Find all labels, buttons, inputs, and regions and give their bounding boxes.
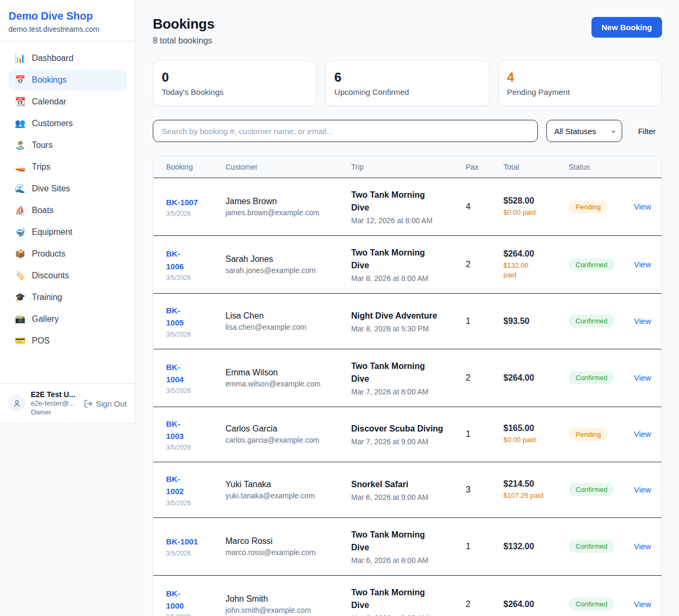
column-header-trip: Trip	[351, 163, 466, 171]
view-link[interactable]: View	[634, 373, 651, 382]
trip-name: Two Tank Morning Dive	[351, 529, 444, 554]
trip-name: Discover Scuba Diving	[351, 423, 444, 435]
sidebar-item-customers[interactable]: 👥 Customers	[8, 113, 127, 134]
filter-button[interactable]: Filter	[632, 122, 662, 140]
table-header-row: Booking Customer Trip Pax Total Status	[153, 156, 661, 178]
view-link[interactable]: View	[634, 260, 651, 269]
customer-email: marco.rossi@example.com	[225, 548, 346, 557]
sidebar-item-label: Trips	[32, 162, 50, 172]
booking-id-link[interactable]: BK-1007	[166, 196, 198, 208]
total-amount: $528.00	[503, 196, 563, 206]
sign-out-button[interactable]: Sign Out	[84, 399, 127, 408]
sidebar-item-bookings[interactable]: 📅 Bookings	[8, 69, 127, 90]
sidebar-item-training[interactable]: 🎓 Training	[8, 287, 127, 307]
trip-datetime: Mar 12, 2026 at 8:00 AM	[351, 216, 460, 225]
diving-mask-icon: 🤿	[15, 227, 25, 237]
status-filter-select[interactable]: All Statuses	[546, 120, 622, 142]
view-link[interactable]: View	[634, 202, 651, 211]
label-tag-icon: 🏷️	[15, 270, 25, 280]
table-row: BK-1004 3/5/2026 Emma Wilson emma.wilson…	[153, 349, 661, 407]
view-link[interactable]: View	[634, 429, 651, 438]
pax-count: 1	[466, 542, 503, 551]
booking-id-link[interactable]: BK-1006	[166, 248, 187, 272]
new-booking-button[interactable]: New Booking	[591, 17, 662, 38]
customer-email: sarah.jones@example.com	[225, 266, 346, 275]
sidebar-item-pos[interactable]: 💳 POS	[8, 330, 127, 351]
package-icon: 📦	[15, 249, 25, 259]
sidebar-item-label: Gallery	[32, 314, 59, 324]
trip-name: Snorkel Safari	[351, 478, 444, 491]
stats-row: 0 Today's Bookings 6 Upcoming Confirmed …	[153, 60, 662, 106]
user-role: Owner	[31, 408, 79, 417]
pax-count: 2	[466, 260, 503, 269]
total-amount: $93.50	[503, 316, 563, 326]
booking-id-link[interactable]: BK-1003	[166, 418, 187, 443]
pax-count: 2	[466, 600, 503, 609]
customer-email: yuki.tanaka@example.com	[225, 491, 346, 500]
sidebar-item-products[interactable]: 📦 Products	[8, 243, 127, 264]
sidebar-item-calendar[interactable]: 📆 Calendar	[8, 91, 127, 112]
sidebar-item-discounts[interactable]: 🏷️ Discounts	[8, 265, 127, 286]
view-link[interactable]: View	[634, 600, 651, 609]
credit-card-icon: 💳	[15, 336, 25, 346]
column-header-pax: Pax	[466, 163, 503, 171]
sidebar-item-boats[interactable]: ⛵ Boats	[8, 200, 127, 221]
customer-name: Emma Wilson	[225, 368, 346, 377]
stat-label: Pending Payment	[507, 87, 653, 96]
table-row: BK-1002 3/5/2026 Yuki Tanaka yuki.tanaka…	[153, 462, 661, 518]
booking-id-link[interactable]: BK-1000	[166, 587, 187, 612]
view-link[interactable]: View	[634, 316, 651, 325]
main-content: Bookings 8 total bookings New Booking 0 …	[136, 0, 679, 616]
sidebar-nav: 📊 Dashboard 📅 Bookings 📆 Calendar 👥 Cust…	[0, 41, 135, 383]
sidebar-item-label: Training	[32, 293, 62, 302]
desert-island-icon: 🏝️	[15, 140, 25, 150]
sailboat-icon: ⛵	[15, 205, 25, 215]
booking-date: 3/5/2026	[166, 613, 220, 616]
sidebar-item-equipment[interactable]: 🤿 Equipment	[8, 222, 127, 242]
search-input[interactable]	[153, 120, 538, 142]
user-email: e2e-tester@...	[31, 399, 79, 408]
stat-card-todays-bookings: 0 Today's Bookings	[153, 60, 317, 106]
booking-id-link[interactable]: BK-1002	[166, 473, 187, 498]
total-amount: $264.00	[503, 373, 563, 383]
stat-card-upcoming-confirmed: 6 Upcoming Confirmed	[325, 60, 489, 106]
booking-id-link[interactable]: BK-1001	[166, 535, 198, 548]
customer-email: lisa.chen@example.com	[225, 323, 346, 331]
speedboat-icon: 🚤	[15, 162, 25, 172]
trip-name: Two Tank Morning Dive	[351, 360, 444, 385]
sidebar-user-section: E2E Test U... e2e-tester@... Owner Sign …	[0, 383, 135, 424]
booking-id-link[interactable]: BK-1005	[166, 304, 187, 329]
sidebar-item-label: Dashboard	[32, 54, 73, 63]
customer-email: carlos.garcia@example.com	[225, 436, 346, 444]
sidebar-item-trips[interactable]: 🚤 Trips	[8, 156, 127, 177]
total-amount: $165.00	[503, 424, 563, 433]
booking-date: 3/5/2026	[166, 274, 220, 281]
customer-name: Lisa Chen	[225, 311, 346, 321]
booking-date: 3/5/2026	[166, 210, 220, 217]
trip-datetime: Mar 6, 2026 at 9:00 AM	[351, 493, 460, 501]
customer-name: Yuki Tanaka	[225, 480, 346, 489]
total-amount: $264.00	[503, 600, 563, 609]
sidebar-item-dashboard[interactable]: 📊 Dashboard	[8, 48, 127, 68]
view-link[interactable]: View	[634, 542, 651, 551]
customer-name: James Brown	[225, 197, 346, 206]
pax-count: 3	[466, 485, 503, 495]
customer-email: john.smith@example.com	[225, 606, 346, 614]
trip-name: Two Tank Morning Dive	[351, 189, 444, 214]
paid-amount: $132.00 paid	[503, 261, 534, 280]
sidebar-item-dive-sites[interactable]: 🌊 Dive Sites	[8, 178, 127, 199]
paid-amount: $107.25 paid	[503, 491, 563, 500]
column-header-status: Status	[569, 163, 634, 171]
sidebar: Demo Dive Shop demo.test.divestreams.com…	[0, 0, 136, 424]
booking-id-link[interactable]: BK-1004	[166, 361, 187, 386]
column-header-customer: Customer	[225, 163, 351, 171]
sidebar-item-gallery[interactable]: 📸 Gallery	[8, 309, 127, 329]
status-badge: Confirmed	[569, 314, 614, 328]
paid-amount: $0.00 paid	[503, 435, 563, 445]
table-row: BK-1006 3/5/2026 Sarah Jones sarah.jones…	[153, 236, 661, 294]
customer-email: james.brown@example.com	[225, 208, 346, 217]
sidebar-item-tours[interactable]: 🏝️ Tours	[8, 135, 127, 155]
trip-datetime: Mar 6, 2026 at 8:00 AM	[351, 614, 460, 616]
view-link[interactable]: View	[634, 485, 651, 494]
sidebar-item-label: Calendar	[32, 97, 66, 107]
